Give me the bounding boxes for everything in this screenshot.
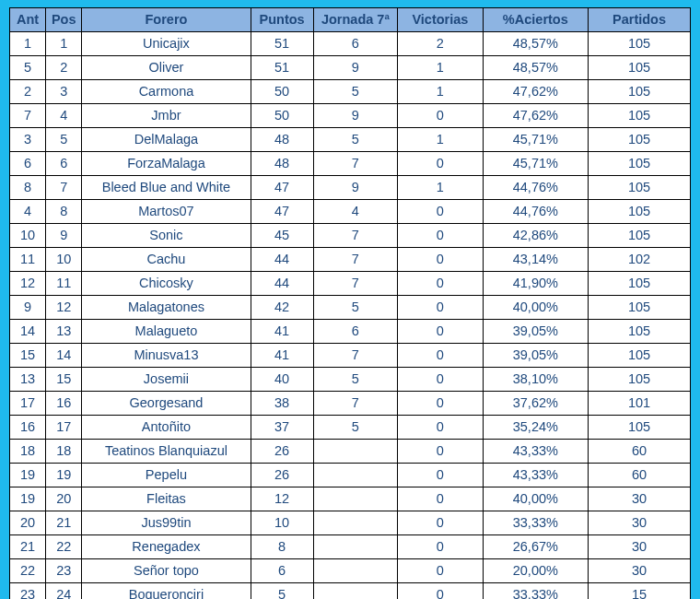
cell-ant: 8 (10, 176, 46, 200)
cell-ant: 19 (10, 487, 46, 511)
table-row: 66ForzaMalaga487045,71%105 (10, 152, 691, 176)
cell-jornada (313, 583, 398, 599)
cell-partidos: 30 (589, 535, 691, 559)
table-row: 11Unicajix516248,57%105 (10, 32, 691, 56)
cell-pos: 13 (46, 320, 82, 344)
cell-jornada: 7 (313, 344, 398, 368)
cell-aciertos: 47,62% (483, 104, 589, 128)
cell-puntos: 38 (251, 392, 313, 416)
cell-jornada (313, 535, 398, 559)
cell-partidos: 105 (589, 128, 691, 152)
cell-partidos: 105 (589, 368, 691, 392)
cell-partidos: 15 (589, 583, 691, 599)
cell-partidos: 105 (589, 320, 691, 344)
cell-puntos: 5 (251, 583, 313, 599)
cell-jornada: 5 (313, 128, 398, 152)
cell-ant: 9 (10, 296, 46, 320)
cell-victorias: 1 (398, 128, 483, 152)
cell-pos: 22 (46, 535, 82, 559)
cell-jornada: 7 (313, 152, 398, 176)
cell-partidos: 30 (589, 511, 691, 535)
cell-puntos: 50 (251, 80, 313, 104)
cell-victorias: 1 (398, 176, 483, 200)
cell-puntos: 44 (251, 248, 313, 272)
cell-puntos: 47 (251, 176, 313, 200)
cell-victorias: 2 (398, 32, 483, 56)
cell-partidos: 30 (589, 487, 691, 511)
table-row: 1818Teatinos Blanquiazul26043,33%60 (10, 440, 691, 464)
table-row: 912Malagatones425040,00%105 (10, 296, 691, 320)
header-victorias: Victorias (398, 8, 483, 32)
cell-puntos: 40 (251, 368, 313, 392)
cell-partidos: 105 (589, 416, 691, 440)
cell-ant: 5 (10, 56, 46, 80)
cell-aciertos: 41,90% (483, 272, 589, 296)
cell-puntos: 12 (251, 487, 313, 511)
table-row: 48Martos07474044,76%105 (10, 200, 691, 224)
cell-pos: 21 (46, 511, 82, 535)
cell-puntos: 37 (251, 416, 313, 440)
cell-victorias: 0 (398, 104, 483, 128)
cell-partidos: 30 (589, 559, 691, 583)
cell-ant: 6 (10, 152, 46, 176)
cell-puntos: 48 (251, 152, 313, 176)
cell-victorias: 1 (398, 56, 483, 80)
cell-forero: Antoñito (82, 416, 251, 440)
cell-victorias: 0 (398, 511, 483, 535)
cell-puntos: 51 (251, 32, 313, 56)
cell-forero: Jmbr (82, 104, 251, 128)
cell-pos: 5 (46, 128, 82, 152)
cell-victorias: 0 (398, 344, 483, 368)
cell-aciertos: 26,67% (483, 535, 589, 559)
cell-aciertos: 47,62% (483, 80, 589, 104)
header-jornada: Jornada 7ª (313, 8, 398, 32)
cell-forero: Boqueronciri (82, 583, 251, 599)
cell-victorias: 0 (398, 440, 483, 464)
cell-jornada: 7 (313, 272, 398, 296)
cell-forero: Renegadex (82, 535, 251, 559)
cell-pos: 23 (46, 559, 82, 583)
cell-pos: 24 (46, 583, 82, 599)
cell-aciertos: 35,24% (483, 416, 589, 440)
cell-puntos: 48 (251, 128, 313, 152)
cell-victorias: 0 (398, 535, 483, 559)
cell-jornada (313, 487, 398, 511)
table-row: 1315Josemii405038,10%105 (10, 368, 691, 392)
cell-forero: Sonic (82, 224, 251, 248)
cell-pos: 19 (46, 464, 82, 487)
page-container: Ant Pos Forero Puntos Jornada 7ª Victori… (0, 0, 700, 599)
cell-ant: 18 (10, 440, 46, 464)
cell-puntos: 41 (251, 320, 313, 344)
table-header: Ant Pos Forero Puntos Jornada 7ª Victori… (10, 8, 691, 32)
cell-forero: Jus99tin (82, 511, 251, 535)
cell-aciertos: 44,76% (483, 176, 589, 200)
cell-ant: 15 (10, 344, 46, 368)
table-body: 11Unicajix516248,57%10552Oliver519148,57… (10, 32, 691, 599)
cell-ant: 21 (10, 535, 46, 559)
cell-forero: ForzaMalaga (82, 152, 251, 176)
cell-partidos: 105 (589, 296, 691, 320)
cell-jornada: 5 (313, 416, 398, 440)
table-row: 23Carmona505147,62%105 (10, 80, 691, 104)
cell-ant: 19 (10, 464, 46, 487)
cell-victorias: 0 (398, 248, 483, 272)
cell-ant: 10 (10, 224, 46, 248)
cell-partidos: 105 (589, 344, 691, 368)
cell-puntos: 45 (251, 224, 313, 248)
cell-victorias: 0 (398, 392, 483, 416)
cell-jornada: 6 (313, 320, 398, 344)
cell-puntos: 47 (251, 200, 313, 224)
table-row: 1716Georgesand387037,62%101 (10, 392, 691, 416)
cell-ant: 4 (10, 200, 46, 224)
cell-jornada: 9 (313, 176, 398, 200)
cell-partidos: 105 (589, 176, 691, 200)
cell-ant: 16 (10, 416, 46, 440)
table-row: 2324Boqueronciri5033,33%15 (10, 583, 691, 599)
cell-aciertos: 43,33% (483, 464, 589, 487)
cell-forero: DelMalaga (82, 128, 251, 152)
cell-partidos: 60 (589, 440, 691, 464)
header-aciertos: %Aciertos (483, 8, 589, 32)
cell-partidos: 105 (589, 80, 691, 104)
cell-jornada: 7 (313, 248, 398, 272)
table-row: 1919Pepelu26043,33%60 (10, 464, 691, 487)
